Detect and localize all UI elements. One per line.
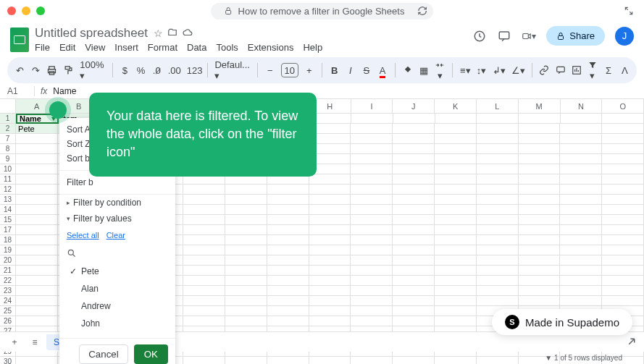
link-icon[interactable]	[539, 65, 549, 75]
cell[interactable]	[351, 215, 393, 225]
cell[interactable]	[225, 255, 267, 266]
cell[interactable]	[477, 266, 519, 276]
cell[interactable]	[560, 134, 602, 144]
cell[interactable]	[477, 154, 519, 164]
italic-icon[interactable]: I	[346, 65, 356, 76]
comments-icon[interactable]	[497, 29, 511, 43]
cell[interactable]	[351, 225, 393, 235]
sheets-logo-icon[interactable]	[10, 27, 29, 52]
row-header[interactable]: 23	[0, 286, 16, 296]
cell[interactable]	[183, 296, 225, 306]
cell[interactable]	[351, 286, 393, 296]
cell[interactable]	[393, 225, 435, 235]
cell[interactable]	[602, 164, 644, 174]
cell[interactable]	[393, 276, 435, 286]
cell[interactable]	[393, 164, 435, 174]
cell[interactable]	[267, 276, 309, 286]
cell[interactable]	[519, 255, 561, 266]
cell[interactable]	[477, 215, 519, 225]
cell[interactable]	[602, 296, 644, 306]
col-header[interactable]: J	[393, 99, 435, 113]
cell[interactable]	[309, 255, 351, 266]
cell[interactable]	[602, 205, 644, 215]
expand-icon[interactable]	[624, 6, 634, 16]
cell[interactable]	[393, 316, 435, 326]
decrease-font-icon[interactable]: −	[265, 65, 275, 76]
cell[interactable]	[477, 255, 519, 266]
cell[interactable]	[519, 185, 561, 195]
cell[interactable]	[267, 205, 309, 215]
cell[interactable]	[560, 276, 602, 286]
cell[interactable]	[435, 174, 477, 185]
cell[interactable]	[309, 215, 351, 225]
row-header[interactable]: 10	[0, 164, 16, 174]
cell[interactable]	[602, 286, 644, 296]
rotate-icon[interactable]: ∠▾	[511, 65, 524, 76]
cell[interactable]	[351, 114, 393, 124]
row-header[interactable]: 20	[0, 255, 16, 266]
cell[interactable]	[267, 245, 309, 255]
cell[interactable]	[225, 235, 267, 245]
cell[interactable]	[477, 174, 519, 185]
cell[interactable]	[267, 316, 309, 326]
history-icon[interactable]	[472, 29, 487, 43]
cell[interactable]	[560, 215, 602, 225]
cell[interactable]	[519, 164, 561, 174]
collapse-toolbar-icon[interactable]: ᐱ	[619, 65, 630, 76]
cell[interactable]	[225, 316, 267, 326]
cell[interactable]	[183, 235, 225, 245]
cell[interactable]	[351, 124, 393, 134]
menu-view[interactable]: View	[85, 42, 105, 53]
cell[interactable]	[351, 266, 393, 276]
wrap-icon[interactable]: ↲▾	[493, 65, 506, 76]
filter-icon[interactable]: ▾	[587, 60, 598, 81]
close-window[interactable]	[7, 7, 16, 15]
cell[interactable]	[393, 255, 435, 266]
cell[interactable]	[16, 185, 58, 195]
cell[interactable]	[16, 276, 58, 286]
menu-extensions[interactable]: Extensions	[248, 42, 294, 53]
row-header[interactable]: 12	[0, 185, 16, 195]
cell[interactable]	[393, 205, 435, 215]
cell[interactable]	[225, 266, 267, 276]
functions-icon[interactable]: Σ	[603, 65, 614, 76]
cell[interactable]	[602, 225, 644, 235]
row-header[interactable]: 22	[0, 276, 16, 286]
font-select[interactable]: Defaul... ▾	[214, 59, 249, 81]
row-header[interactable]: 2	[0, 124, 16, 134]
cell[interactable]	[16, 266, 58, 276]
cell[interactable]	[225, 296, 267, 306]
cell[interactable]	[351, 255, 393, 266]
cell[interactable]	[16, 215, 58, 225]
cell[interactable]	[16, 144, 58, 154]
cell[interactable]	[435, 144, 477, 154]
cell[interactable]	[351, 144, 393, 154]
filter-value[interactable]: Alan	[70, 280, 165, 297]
redo-icon[interactable]: ↷	[30, 65, 41, 76]
cell[interactable]	[183, 286, 225, 296]
row-header[interactable]: 15	[0, 215, 16, 225]
col-header[interactable]: O	[602, 99, 644, 113]
cell[interactable]	[16, 255, 58, 266]
cell[interactable]	[435, 195, 477, 205]
cell[interactable]	[560, 164, 602, 174]
cell[interactable]	[225, 195, 267, 205]
filter-by-condition[interactable]: ▸Filter by condition	[59, 195, 175, 211]
cloud-icon[interactable]	[182, 27, 193, 39]
star-icon[interactable]: ☆	[154, 27, 163, 39]
cell[interactable]	[519, 154, 561, 164]
filter-by-values[interactable]: ▾Filter by values	[59, 211, 175, 227]
cell[interactable]	[477, 185, 519, 195]
row-header[interactable]: 17	[0, 225, 16, 235]
cell[interactable]	[477, 296, 519, 306]
cell[interactable]	[267, 255, 309, 266]
increase-font-icon[interactable]: +	[304, 65, 314, 76]
cell[interactable]	[351, 185, 393, 195]
cancel-button[interactable]: Cancel	[79, 344, 128, 364]
cell[interactable]	[602, 114, 644, 124]
cell[interactable]	[393, 144, 435, 154]
cell[interactable]	[267, 266, 309, 276]
select-all-corner[interactable]	[0, 99, 16, 113]
cell[interactable]	[393, 266, 435, 276]
cell[interactable]	[560, 205, 602, 215]
